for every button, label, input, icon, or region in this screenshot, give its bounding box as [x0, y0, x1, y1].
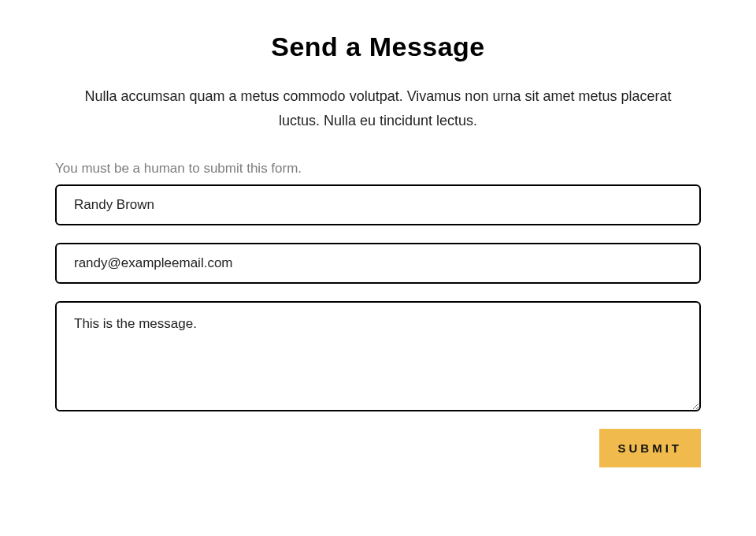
submit-button[interactable]: SUBMIT [599, 429, 702, 467]
page-description: Nulla accumsan quam a metus commodo volu… [71, 84, 685, 132]
name-field[interactable] [55, 184, 701, 225]
page-title: Send a Message [55, 32, 701, 62]
message-field[interactable] [55, 301, 701, 411]
email-field[interactable] [55, 243, 701, 284]
contact-form-container: Send a Message Nulla accumsan quam a met… [0, 0, 756, 467]
captcha-notice: You must be a human to submit this form. [55, 161, 701, 177]
submit-row: SUBMIT [55, 429, 701, 467]
